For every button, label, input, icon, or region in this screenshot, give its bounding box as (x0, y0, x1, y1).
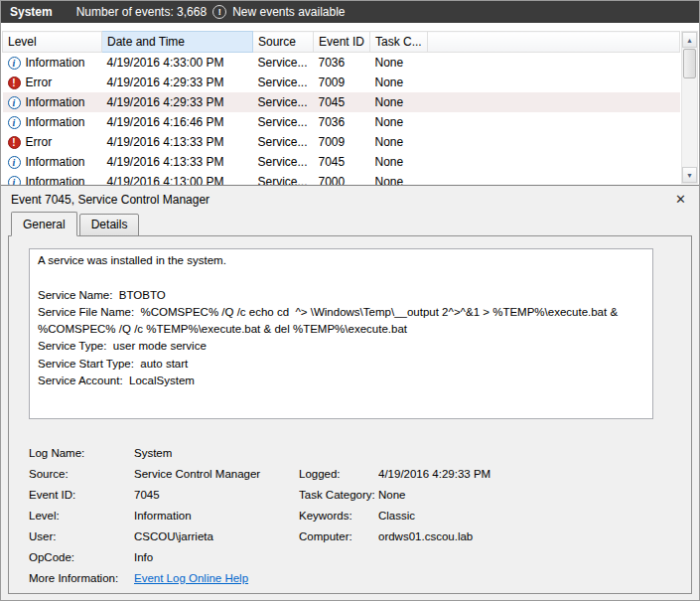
filler-cell (428, 92, 680, 112)
filler-cell (428, 172, 680, 185)
column-header-level[interactable]: Level (3, 32, 102, 53)
filler-cell (428, 152, 680, 172)
datetime-cell: 4/19/2016 4:29:33 PM (102, 73, 253, 92)
event-row[interactable]: iInformation 4/19/2016 4:33:00 PM Servic… (3, 53, 680, 74)
event-description-box: A service was installed in the system. S… (29, 248, 653, 419)
column-header-task-category[interactable]: Task C... (370, 32, 428, 53)
property-value: 7045 (134, 489, 299, 501)
task-category-cell: None (370, 132, 428, 152)
level-label: Information (26, 115, 85, 129)
task-category-cell: None (370, 152, 428, 172)
source-cell: Service... (253, 172, 314, 185)
scroll-down-icon: ▼ (686, 172, 693, 179)
event-id-cell: 7045 (314, 152, 370, 172)
event-row[interactable]: iInformation 4/19/2016 4:13:00 PM Servic… (3, 172, 680, 185)
property-value: CSCOU\jarrieta (134, 530, 299, 542)
preview-tabs: General Details (11, 214, 699, 236)
column-header-event-id[interactable]: Event ID (314, 32, 370, 53)
task-category-cell: None (370, 172, 428, 185)
source-cell: Service... (253, 73, 314, 92)
source-cell: Service... (253, 152, 314, 172)
tab-general[interactable]: General (11, 212, 77, 236)
new-events-label: New events available (232, 5, 345, 19)
source-cell: Service... (253, 53, 314, 74)
error-icon: ! (8, 136, 21, 149)
event-description: A service was installed in the system. S… (38, 254, 621, 386)
source-cell: Service... (253, 112, 314, 132)
datetime-cell: 4/19/2016 4:16:46 PM (102, 112, 253, 132)
event-table-wrap: Level Date and Time Source Event ID Task… (2, 31, 680, 185)
property-label: Task Category: (299, 489, 378, 501)
tab-details[interactable]: Details (79, 214, 140, 236)
property-label: OpCode: (29, 551, 134, 563)
property-value: Event Log Online Help (134, 572, 299, 584)
property-label: Keywords: (299, 510, 378, 522)
close-icon: ✕ (675, 192, 686, 207)
info-icon: i (8, 96, 21, 109)
column-header-source[interactable]: Source (253, 32, 314, 53)
property-value: None (378, 489, 653, 501)
property-value: Service Control Manager (134, 468, 299, 480)
datetime-cell: 4/19/2016 4:29:33 PM (102, 92, 253, 112)
scrollbar-thumb[interactable] (683, 49, 696, 78)
task-category-cell: None (370, 112, 428, 132)
level-label: Information (26, 95, 85, 109)
column-header-date-and-time[interactable]: Date and Time (102, 32, 253, 53)
filler-cell (428, 112, 680, 132)
event-id-cell: 7045 (314, 92, 370, 112)
scroll-up-button[interactable]: ▲ (682, 32, 697, 48)
filler-cell (428, 53, 680, 74)
scroll-down-button[interactable]: ▼ (682, 167, 697, 183)
source-cell: Service... (253, 92, 314, 112)
list-scrollbar[interactable]: ▲ ▼ (681, 31, 698, 184)
info-icon: i (8, 116, 21, 129)
event-id-cell: 7036 (314, 53, 370, 74)
event-row[interactable]: !Error 4/19/2016 4:29:33 PM Service... 7… (3, 73, 680, 92)
filler-cell (428, 73, 680, 92)
event-rows: iInformation 4/19/2016 4:33:00 PM Servic… (3, 53, 680, 186)
property-label: Source: (29, 468, 134, 480)
event-row[interactable]: iInformation 4/19/2016 4:13:33 PM Servic… (3, 152, 680, 172)
task-category-cell: None (370, 73, 428, 92)
error-icon: ! (8, 76, 21, 89)
property-value: Classic (378, 510, 653, 522)
column-header-filler (428, 32, 680, 53)
event-id-cell: 7036 (314, 112, 370, 132)
general-tab-page: A service was installed in the system. S… (8, 235, 692, 594)
event-count-status: Number of events: 3,668 ! New events ava… (76, 5, 346, 19)
event-id-cell: 7000 (314, 172, 370, 185)
property-value: 4/19/2016 4:29:33 PM (378, 468, 653, 480)
preview-title: Event 7045, Service Control Manager (11, 193, 210, 207)
info-icon: i (8, 156, 21, 169)
event-count-label: Number of events: 3,668 (76, 5, 207, 19)
property-value: ordws01.cscou.lab (378, 530, 653, 542)
property-label: Event ID: (29, 489, 134, 501)
info-icon: i (8, 57, 21, 70)
event-properties: Log Name: System Source: Service Control… (29, 447, 653, 584)
event-log-online-help-link[interactable]: Event Log Online Help (134, 572, 248, 584)
task-category-cell: None (370, 92, 428, 112)
event-row[interactable]: iInformation 4/19/2016 4:16:46 PM Servic… (3, 112, 680, 132)
level-label: Information (26, 175, 85, 185)
event-row[interactable]: !Error 4/19/2016 4:13:33 PM Service... 7… (3, 132, 680, 152)
task-category-cell: None (370, 53, 428, 74)
event-viewer-window: System Number of events: 3,668 ! New eve… (0, 0, 700, 601)
level-label: Error (26, 135, 53, 149)
level-label: Error (26, 75, 53, 89)
info-icon: i (8, 176, 21, 186)
property-label: Computer: (299, 530, 378, 542)
close-preview-button[interactable]: ✕ (672, 192, 689, 207)
log-header-bar: System Number of events: 3,668 ! New eve… (1, 1, 699, 23)
log-title: System (10, 5, 53, 19)
property-label: More Information: (29, 572, 134, 584)
datetime-cell: 4/19/2016 4:13:33 PM (102, 132, 253, 152)
datetime-cell: 4/19/2016 4:33:00 PM (102, 53, 253, 74)
property-value: System (134, 447, 299, 459)
preview-pane: Event 7045, Service Control Manager ✕ Ge… (1, 186, 699, 600)
preview-header: Event 7045, Service Control Manager ✕ (1, 186, 699, 213)
property-label: Logged: (299, 468, 378, 480)
source-cell: Service... (253, 132, 314, 152)
event-row[interactable]: iInformation 4/19/2016 4:29:33 PM Servic… (3, 92, 680, 112)
event-id-cell: 7009 (314, 132, 370, 152)
datetime-cell: 4/19/2016 4:13:00 PM (102, 172, 253, 185)
